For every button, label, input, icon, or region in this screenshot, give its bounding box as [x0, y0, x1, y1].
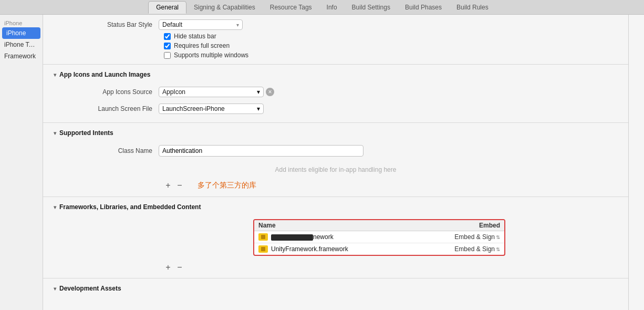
status-bar-value: Default [162, 21, 182, 28]
frameworks-chevron-icon[interactable]: ▾ [54, 204, 56, 210]
intents-add-button[interactable]: + [164, 181, 172, 190]
sidebar-item-iphone[interactable]: iPhone [2, 27, 40, 39]
sidebar: iPhone iPhone iPhone Tests Framework [0, 15, 43, 310]
launch-screen-label: Launch Screen File [54, 105, 159, 112]
app-icons-title: App Icons and Launch Images [59, 71, 150, 78]
class-name-row: Class Name [43, 143, 628, 159]
requires-full-row: Requires full screen [43, 41, 628, 50]
supports-multi-checkbox[interactable] [164, 52, 171, 59]
intents-remove-button[interactable]: − [175, 181, 184, 190]
framework-icon-1 [258, 233, 268, 241]
status-bar-select[interactable]: Default ▾ [159, 19, 243, 30]
status-bar-section: Status Bar Style Default ▾ Hide status b… [43, 15, 628, 65]
status-bar-label: Status Bar Style [54, 21, 159, 28]
status-bar-arrow-icon: ▾ [236, 22, 239, 28]
app-icons-chevron-icon[interactable]: ▾ [54, 72, 56, 78]
launch-screen-value: LaunchScreen-iPhone [162, 105, 225, 112]
framework-icon-2 [258, 245, 268, 253]
embed-updown-icon-1: ⇅ [496, 234, 500, 240]
frameworks-header: ▾ Frameworks, Libraries, and Embedded Co… [43, 201, 628, 213]
embed-dropdown-2[interactable]: Embed & Sign ⇅ [454, 245, 500, 253]
framework-name-1: nework [271, 233, 454, 241]
col-name-header: Name [258, 222, 437, 229]
tab-build-rules[interactable]: Build Rules [449, 2, 496, 13]
framework-row-2[interactable]: UnityFramework.framework Embed & Sign ⇅ [254, 243, 504, 255]
right-panel [628, 15, 644, 310]
intents-title: Supported Intents [59, 129, 113, 137]
frameworks-remove-button[interactable]: − [175, 263, 184, 272]
launch-screen-row: Launch Screen File LaunchScreen-iPhone ▾ [43, 101, 628, 116]
sidebar-item-framework[interactable]: Framework [0, 50, 43, 62]
app-icons-source-label: App Icons Source [54, 88, 159, 96]
tab-info[interactable]: Info [319, 2, 345, 13]
app-container: General Signing & Capabilities Resource … [0, 0, 644, 310]
tab-build-settings[interactable]: Build Settings [345, 2, 398, 13]
app-icons-source-select[interactable]: AppIcon ▾ [159, 87, 264, 97]
dev-assets-title: Development Assets [59, 285, 121, 292]
hide-status-label: Hide status bar [174, 33, 216, 40]
frameworks-table-header: Name Embed [254, 220, 504, 231]
class-name-label: Class Name [54, 147, 159, 154]
requires-full-label: Requires full screen [174, 42, 230, 49]
tab-signing[interactable]: Signing & Capabilities [186, 2, 263, 13]
tab-resource[interactable]: Resource Tags [263, 2, 319, 13]
intents-annotation: 多了个第三方的库 [198, 181, 256, 190]
intents-add-remove-row: + − 多了个第三方的库 [43, 179, 628, 192]
app-icons-clear-button[interactable]: × [266, 88, 274, 96]
intents-placeholder: Add intents eligible for in-app handling… [43, 161, 628, 179]
intents-chevron-icon[interactable]: ▾ [54, 130, 56, 136]
supports-multi-row: Supports multiple windows [43, 50, 628, 60]
frameworks-title: Frameworks, Libraries, and Embedded Cont… [59, 203, 201, 211]
frameworks-table: Name Embed nework Embed & Sign ⇅ [253, 219, 505, 256]
app-icons-source-value: AppIcon [162, 88, 185, 96]
hide-status-checkbox[interactable] [164, 33, 171, 40]
sidebar-item-iphone-tests[interactable]: iPhone Tests [0, 39, 43, 50]
frameworks-add-remove-row: + − [43, 261, 628, 274]
launch-screen-arrow-icon: ▾ [257, 105, 260, 112]
tab-build-phases[interactable]: Build Phases [398, 2, 449, 13]
status-bar-row: Status Bar Style Default ▾ [43, 18, 628, 32]
app-icons-section: ▾ App Icons and Launch Images App Icons … [43, 65, 628, 123]
hide-status-row: Hide status bar [43, 32, 628, 41]
intents-header: ▾ Supported Intents [43, 127, 628, 139]
supports-multi-label: Supports multiple windows [174, 51, 248, 59]
requires-full-checkbox[interactable] [164, 43, 171, 49]
tab-bar: General Signing & Capabilities Resource … [0, 0, 644, 15]
sidebar-group-iphone: iPhone [0, 17, 43, 27]
embed-value-2: Embed & Sign [454, 245, 495, 253]
app-icons-source-control: AppIcon ▾ × [159, 87, 274, 97]
intents-section: ▾ Supported Intents Class Name Add inten… [43, 123, 628, 197]
framework-row-1[interactable]: nework Embed & Sign ⇅ [254, 231, 504, 243]
app-icons-source-row: App Icons Source AppIcon ▾ × [43, 85, 628, 99]
app-icons-header: ▾ App Icons and Launch Images [43, 69, 628, 80]
col-embed-header: Embed [437, 222, 500, 229]
framework-suffix-1: nework [313, 233, 334, 241]
embed-dropdown-1[interactable]: Embed & Sign ⇅ [454, 233, 500, 241]
content-area: Status Bar Style Default ▾ Hide status b… [43, 15, 628, 310]
framework-name-2: UnityFramework.framework [271, 245, 454, 253]
frameworks-section: ▾ Frameworks, Libraries, and Embedded Co… [43, 197, 628, 278]
embed-updown-icon-2: ⇅ [496, 246, 500, 252]
frameworks-add-button[interactable]: + [164, 263, 172, 272]
main-layout: iPhone iPhone iPhone Tests Framework Sta… [0, 15, 644, 310]
class-name-input[interactable] [159, 145, 363, 157]
embed-value-1: Embed & Sign [454, 233, 495, 241]
dev-assets-header: ▾ Development Assets [43, 283, 628, 294]
dev-assets-chevron-icon[interactable]: ▾ [54, 286, 56, 292]
launch-screen-select[interactable]: LaunchScreen-iPhone ▾ [159, 104, 264, 114]
framework-redacted-1 [271, 234, 313, 241]
tab-general[interactable]: General [148, 1, 186, 14]
app-icons-arrow-icon: ▾ [257, 88, 260, 96]
dev-assets-section: ▾ Development Assets [43, 278, 628, 303]
